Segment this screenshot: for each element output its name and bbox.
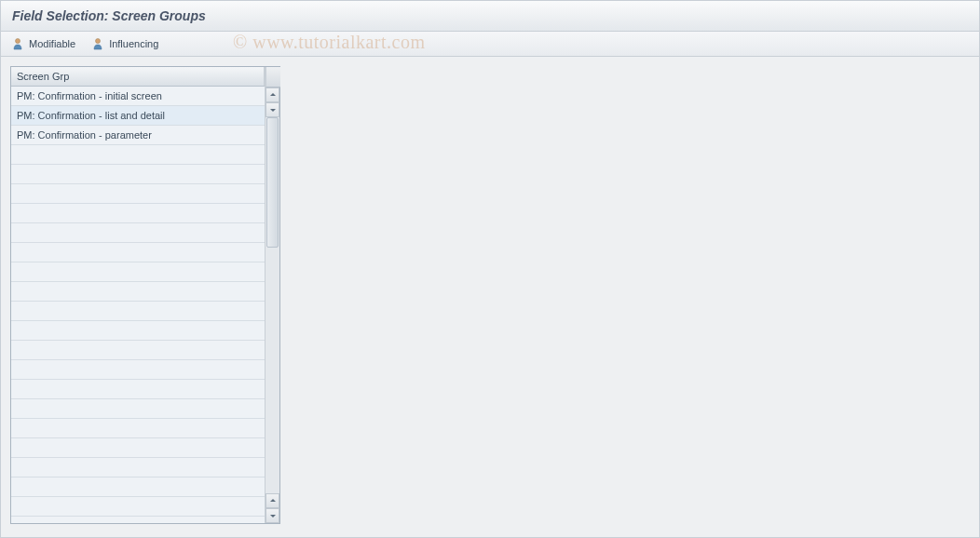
table-row[interactable] [11,497,265,517]
person-icon [92,37,105,50]
table-row[interactable] [11,262,265,282]
influencing-button[interactable]: Influencing [92,37,158,50]
table-row[interactable] [11,458,265,477]
modifiable-label: Modifiable [29,38,75,49]
table-row[interactable]: PM: Confirmation - list and detail [11,106,265,126]
scroll-down-button[interactable] [265,102,279,117]
table-row[interactable] [11,419,265,438]
scroll-up-button[interactable] [265,87,279,102]
table-corner [265,67,280,87]
vertical-scrollbar[interactable] [265,67,279,523]
page-title: Field Selection: Screen Groups [1,1,979,32]
table-body: PM: Confirmation - initial screen PM: Co… [11,87,265,523]
table-row[interactable] [11,243,265,262]
screen-group-table: Screen Grp PM: Confirmation - initial sc… [10,66,280,524]
table-header: Screen Grp [11,67,265,87]
table-row[interactable] [11,477,265,497]
table-row[interactable] [11,282,265,302]
table-row[interactable] [11,302,265,321]
table-row[interactable] [11,360,265,380]
table-row[interactable] [11,321,265,341]
person-icon [12,37,25,50]
table-row[interactable] [11,184,265,204]
table-row[interactable]: PM: Confirmation - parameter [11,126,265,145]
scroll-track[interactable] [265,117,279,493]
modifiable-button[interactable]: Modifiable [12,37,75,50]
table-row[interactable] [11,438,265,458]
table-row[interactable] [11,204,265,223]
svg-point-0 [16,39,20,44]
table-row[interactable] [11,165,265,184]
scroll-thumb[interactable] [266,117,279,248]
table-row[interactable] [11,341,265,360]
table-row[interactable] [11,223,265,243]
scroll-down-button-bottom[interactable] [265,508,279,523]
table-row[interactable] [11,380,265,399]
svg-point-1 [96,39,101,44]
table-header-cell[interactable]: Screen Grp [11,67,265,86]
table-row[interactable] [11,145,265,165]
influencing-label: Influencing [109,38,158,49]
scroll-up-button-bottom[interactable] [265,493,279,508]
table-row[interactable]: PM: Confirmation - initial screen [11,87,265,106]
toolbar: Modifiable Influencing [1,32,979,57]
table-row[interactable] [11,399,265,419]
